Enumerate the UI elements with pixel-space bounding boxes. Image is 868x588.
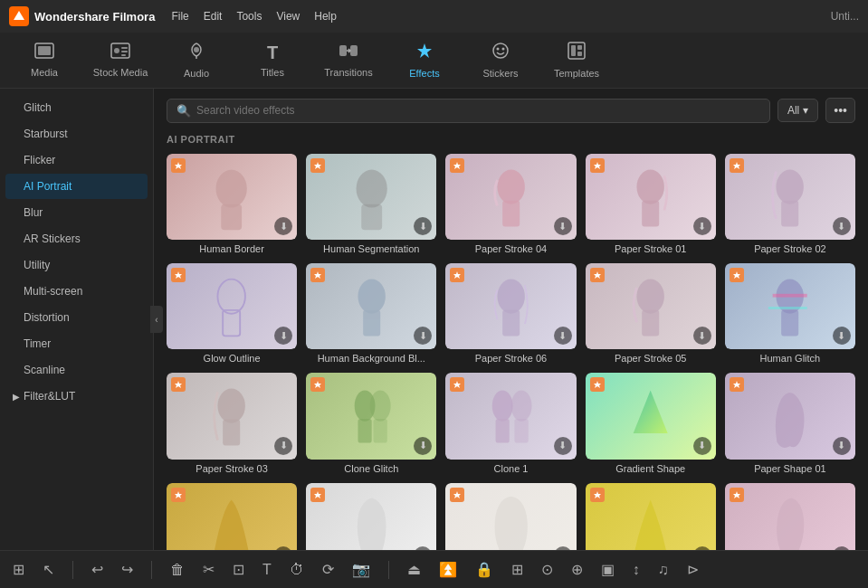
premium-badge: [171, 268, 186, 282]
toolbar-upload-icon[interactable]: ⏏: [404, 557, 424, 582]
tab-stock-media[interactable]: Stock Media: [85, 36, 156, 85]
effect-label: Paper Stroke 04: [445, 243, 576, 254]
menu-help[interactable]: Help: [314, 10, 337, 23]
tab-stickers[interactable]: Stickers: [465, 36, 536, 85]
tab-templates[interactable]: Templates: [541, 36, 612, 85]
svg-rect-2: [38, 46, 51, 55]
menu-file[interactable]: File: [171, 10, 188, 23]
effect-card-paper-stroke-01[interactable]: ⬇ Paper Stroke 01: [586, 154, 716, 254]
svg-marker-58: [314, 381, 321, 388]
sidebar-item-ar-stickers[interactable]: AR Stickers: [5, 226, 148, 251]
svg-marker-53: [175, 381, 182, 388]
menu-edit[interactable]: Edit: [204, 10, 223, 23]
premium-badge: [450, 488, 464, 502]
toolbar-text-icon[interactable]: T: [259, 558, 275, 582]
effect-card-paper-shape-06[interactable]: ⬇ Paper Shape 06: [167, 483, 297, 550]
effect-card-paper-shape-02[interactable]: ⬇ Paper Shape 02: [586, 483, 716, 550]
svg-marker-27: [453, 162, 461, 169]
sidebar-collapse-button[interactable]: ‹: [150, 306, 163, 333]
effect-card-clone-glitch[interactable]: ⬇ Clone Glitch: [306, 373, 436, 473]
search-input[interactable]: [196, 104, 760, 117]
toolbar-lock-icon[interactable]: 🔒: [472, 557, 497, 582]
download-icon: ⬇: [554, 217, 572, 235]
toolbar-cursor-icon[interactable]: ↖: [39, 557, 58, 582]
sidebar-item-starburst[interactable]: Starburst: [5, 121, 148, 147]
sidebar-item-multi-screen[interactable]: Multi-screen: [5, 279, 148, 304]
effect-card-clone-1[interactable]: ⬇ Clone 1: [445, 373, 576, 473]
sidebar-section-filter-lut[interactable]: ▶ Filter&LUT: [0, 384, 153, 409]
sidebar-item-timer[interactable]: Timer: [5, 331, 148, 356]
effect-card-gradient-shape[interactable]: ⬇ Gradient Shape: [586, 373, 716, 473]
sidebar-item-utility[interactable]: Utility: [5, 252, 148, 278]
tab-effects[interactable]: Effects: [389, 36, 460, 85]
tab-titles-label: Titles: [261, 67, 284, 78]
toolbar-snapshot-icon[interactable]: 📷: [348, 557, 374, 582]
toolbar-cut-icon[interactable]: ✂: [199, 557, 218, 582]
effect-card-paper-shape-04[interactable]: ⬇ Paper Shape 04: [445, 483, 576, 550]
toolbar-delete-icon[interactable]: 🗑: [167, 558, 188, 582]
app-logo: Wondershare Filmora: [9, 6, 155, 26]
download-icon: ⬇: [554, 327, 572, 345]
toolbar-rotate-icon[interactable]: ⟳: [319, 557, 338, 582]
effect-card-human-bg-bl[interactable]: ⬇ Human Background Bl...: [306, 263, 436, 364]
toolbar-grid-icon[interactable]: ⊞: [9, 557, 28, 582]
sidebar-item-ai-portrait[interactable]: AI Portrait: [5, 174, 148, 199]
tab-audio[interactable]: Audio: [161, 36, 232, 85]
toolbar-export-icon[interactable]: ⊳: [683, 557, 702, 582]
svg-marker-42: [453, 271, 461, 279]
effect-card-paper-shape-01[interactable]: ⬇ Paper Shape 01: [725, 373, 855, 473]
effects-icon: [415, 42, 434, 64]
toolbar-circle-icon[interactable]: ⊙: [538, 557, 557, 582]
svg-point-11: [493, 43, 508, 58]
toolbar-redo-icon[interactable]: ↪: [118, 557, 137, 582]
effect-card-paper-stroke-02[interactable]: ⬇ Paper Stroke 02: [725, 154, 855, 254]
audio-icon: [188, 42, 205, 64]
search-bar: 🔍 All ▾ •••: [167, 98, 855, 123]
svg-point-4: [114, 48, 119, 53]
toolbar-template-icon[interactable]: ▣: [597, 557, 618, 582]
toolbar-timer-icon[interactable]: ⏱: [286, 558, 308, 582]
premium-badge: [310, 268, 325, 282]
menu-view[interactable]: View: [276, 10, 300, 23]
toolbar-plus-icon[interactable]: ⊕: [568, 557, 587, 582]
effect-card-paper-shape-07[interactable]: ⬇ Paper Shape 07: [725, 483, 855, 550]
effect-card-paper-stroke-06[interactable]: ⬇ Paper Stroke 06: [445, 263, 576, 364]
effect-card-human-segmentation[interactable]: ⬇ Human Segmentation: [306, 154, 436, 254]
tab-titles[interactable]: T Titles: [237, 36, 308, 85]
svg-point-28: [636, 169, 663, 204]
svg-point-13: [502, 48, 505, 51]
effect-card-paper-stroke-05[interactable]: ⬇ Paper Stroke 05: [586, 263, 716, 364]
effect-card-glow-outline[interactable]: ⬇ Glow Outline: [167, 263, 297, 364]
toolbar-undo-icon[interactable]: ↩: [88, 557, 107, 582]
svg-point-56: [369, 390, 390, 421]
premium-badge: [590, 377, 605, 392]
more-options-button[interactable]: •••: [825, 98, 855, 123]
toolbar-layout-icon[interactable]: ⊞: [508, 557, 527, 582]
sidebar-item-scanline[interactable]: Scanline: [5, 357, 148, 383]
stickers-icon: [491, 42, 510, 64]
effect-card-human-border[interactable]: ⬇ Human Border: [167, 154, 297, 254]
effect-card-paper-shape-05[interactable]: ⬇ Paper Shape 05: [306, 483, 436, 550]
effect-card-paper-stroke-04[interactable]: ⬇ Paper Stroke 04: [445, 154, 576, 254]
menu-tools[interactable]: Tools: [236, 10, 262, 23]
effect-card-paper-stroke-03[interactable]: ⬇ Paper Stroke 03: [167, 373, 297, 473]
sidebar-item-blur[interactable]: Blur: [5, 200, 148, 225]
toolbar-resize-icon[interactable]: ↕: [629, 558, 644, 582]
premium-badge: [590, 268, 605, 282]
sidebar-item-glitch[interactable]: Glitch: [5, 95, 148, 120]
sidebar-item-distortion[interactable]: Distortion: [5, 305, 148, 330]
svg-rect-15: [571, 45, 576, 56]
toolbar-copy-icon[interactable]: ⊡: [229, 557, 248, 582]
toolbar-speed-icon[interactable]: ⏫: [435, 557, 461, 582]
tab-media[interactable]: Media: [9, 36, 80, 85]
search-input-wrap: 🔍: [167, 99, 770, 123]
toolbar-audio-icon[interactable]: ♫: [654, 558, 672, 582]
sidebar-item-flicker[interactable]: Flicker: [5, 147, 148, 173]
tab-transitions[interactable]: Transitions: [313, 36, 384, 85]
svg-rect-26: [502, 200, 520, 226]
nav-tabs: Media Stock Media Audio T Titles Transit…: [0, 33, 868, 89]
download-icon: ⬇: [833, 217, 851, 235]
svg-rect-52: [224, 420, 241, 446]
filter-button[interactable]: All ▾: [777, 99, 818, 122]
effect-card-human-glitch[interactable]: ⬇ Human Glitch: [725, 263, 855, 364]
